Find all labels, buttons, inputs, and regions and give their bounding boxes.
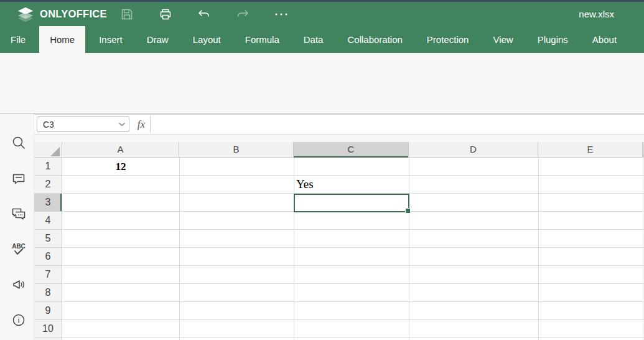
cell-name-box[interactable]: C3 xyxy=(37,116,129,132)
column-header-a[interactable]: A xyxy=(62,142,179,158)
search-icon[interactable] xyxy=(11,135,27,151)
home-toolbar: Times New Rom 12 A A Aa B I U S xyxy=(0,53,644,114)
formula-input[interactable] xyxy=(151,115,644,134)
app-logo: ONLYOFFICE xyxy=(16,5,107,24)
grid-line xyxy=(643,158,643,340)
select-all-triangle-icon xyxy=(50,147,60,156)
redo-icon[interactable] xyxy=(234,6,251,23)
tab-data[interactable]: Data xyxy=(293,26,334,53)
tab-home[interactable]: Home xyxy=(39,26,85,53)
quick-action-bar xyxy=(118,2,290,26)
cell-area[interactable]: 12 Yes xyxy=(62,158,644,340)
tab-draw[interactable]: Draw xyxy=(136,26,179,53)
row-header-2[interactable]: 2 xyxy=(34,176,62,194)
onlyoffice-logo-icon xyxy=(16,5,35,24)
grid-line xyxy=(538,158,539,340)
cell-a1[interactable]: 12 xyxy=(62,158,179,176)
undo-icon[interactable] xyxy=(195,6,213,23)
row-header-7[interactable]: 7 xyxy=(34,266,62,284)
row-header-5[interactable]: 5 xyxy=(34,230,62,248)
formula-bar: C3 fx xyxy=(34,114,644,135)
tab-plugins[interactable]: Plugins xyxy=(527,26,579,53)
save-icon[interactable] xyxy=(118,6,136,23)
column-header-d[interactable]: D xyxy=(409,142,538,158)
tab-view[interactable]: View xyxy=(482,26,523,53)
tab-about[interactable]: About xyxy=(582,26,627,53)
row-headers: 1 2 3 4 5 6 7 8 9 10 xyxy=(34,158,62,340)
chat-icon[interactable] xyxy=(11,205,27,222)
feedback-icon[interactable] xyxy=(11,276,27,293)
fill-handle[interactable] xyxy=(405,208,411,214)
tab-file[interactable]: File xyxy=(0,26,36,53)
active-cell-selection[interactable] xyxy=(294,194,409,212)
chevron-down-icon xyxy=(119,123,125,126)
comment-icon[interactable] xyxy=(11,171,27,187)
tab-protection[interactable]: Protection xyxy=(416,26,480,53)
spreadsheet-editor-window: ONLYOFFICE xyxy=(0,0,644,340)
tab-formula[interactable]: Formula xyxy=(235,26,290,53)
select-all-corner[interactable] xyxy=(34,142,62,158)
brand-bar: ONLYOFFICE xyxy=(0,2,644,26)
column-header-c[interactable]: C xyxy=(294,142,409,158)
worksheet-grid: A B C D E 1 2 3 4 5 6 7 8 9 10 12 Yes xyxy=(34,142,644,340)
about-icon[interactable]: i xyxy=(11,312,27,328)
column-header-b[interactable]: B xyxy=(179,142,294,158)
row-header-4[interactable]: 4 xyxy=(34,212,62,230)
tab-layout[interactable]: Layout xyxy=(182,26,231,53)
print-icon[interactable] xyxy=(157,6,174,23)
cell-c2[interactable]: Yes xyxy=(294,176,409,194)
spellcheck-icon[interactable]: ABC xyxy=(11,241,27,257)
left-side-panel: ABC i xyxy=(0,114,34,340)
row-header-9[interactable]: 9 xyxy=(34,302,62,320)
grid-line xyxy=(179,158,180,340)
column-headers: A B C D E xyxy=(34,142,644,158)
row-header-10[interactable]: 10 xyxy=(34,320,62,338)
fx-label: fx xyxy=(133,115,150,134)
row-header-6[interactable]: 6 xyxy=(34,248,62,266)
row-header-8[interactable]: 8 xyxy=(34,284,62,302)
grid-line xyxy=(409,158,409,340)
formula-bar-gap xyxy=(34,135,644,142)
name-box-value: C3 xyxy=(43,120,54,130)
tab-insert[interactable]: Insert xyxy=(88,26,133,53)
app-logo-text: ONLYOFFICE xyxy=(40,8,107,20)
row-header-1[interactable]: 1 xyxy=(34,158,62,176)
column-header-e[interactable]: E xyxy=(538,142,643,158)
document-title: new.xlsx xyxy=(579,2,614,26)
tab-collaboration[interactable]: Collaboration xyxy=(337,26,413,53)
row-header-3[interactable]: 3 xyxy=(34,194,62,212)
more-icon[interactable] xyxy=(273,6,290,23)
menu-tab-bar: File Home Insert Draw Layout Formula Dat… xyxy=(0,26,644,53)
